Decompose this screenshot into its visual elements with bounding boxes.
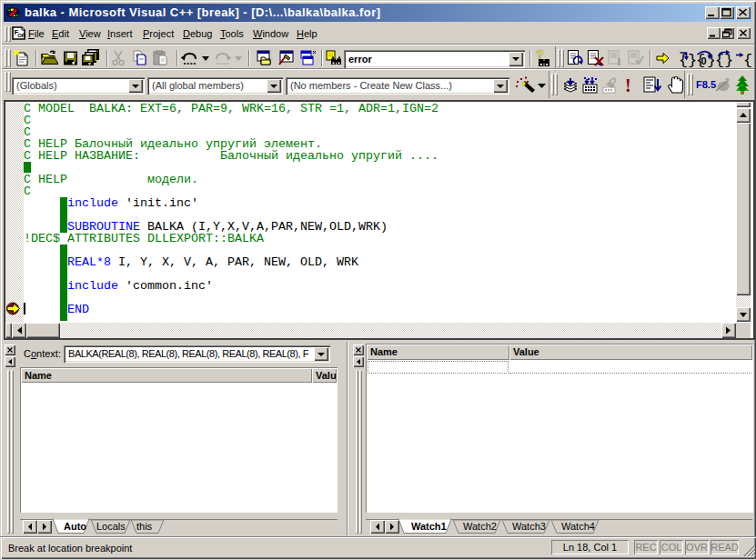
svg-text:Auto: Auto bbox=[64, 521, 86, 532]
svg-text:OR: OR bbox=[17, 33, 25, 38]
svg-text:Watch2: Watch2 bbox=[463, 521, 497, 532]
svg-text:}: } bbox=[688, 52, 696, 67]
svg-text:}: } bbox=[724, 52, 732, 67]
svg-text:Watch1: Watch1 bbox=[411, 521, 447, 532]
svg-text:0: 0 bbox=[701, 55, 707, 66]
svg-text:}: } bbox=[707, 52, 714, 67]
svg-text:Watch3: Watch3 bbox=[512, 521, 546, 532]
svg-text:this: this bbox=[136, 521, 153, 532]
svg-text:{: { bbox=[743, 52, 752, 67]
svg-text:Locals: Locals bbox=[96, 521, 126, 532]
svg-text:Watch4: Watch4 bbox=[561, 521, 595, 532]
